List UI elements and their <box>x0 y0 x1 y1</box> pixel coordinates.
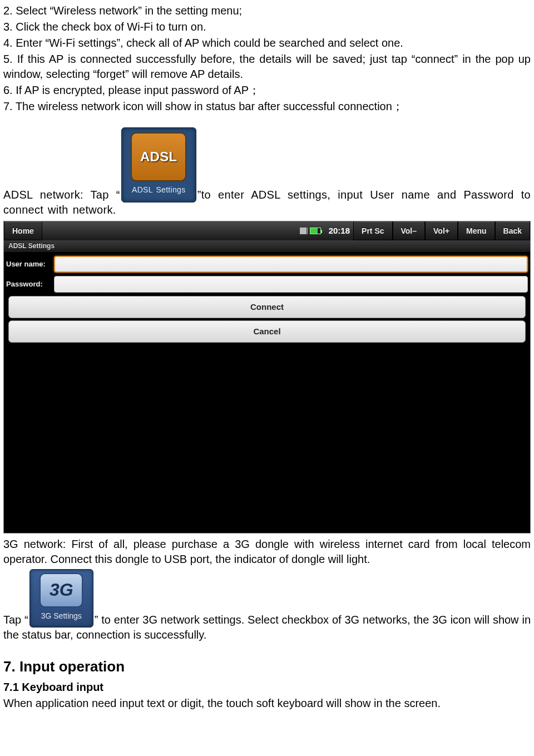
step-6: 6. If AP is encrypted, please input pass… <box>3 83 531 98</box>
step-3: 3. Click the check box of Wi-Fi to turn … <box>3 19 531 34</box>
cancel-button[interactable]: Cancel <box>8 320 526 343</box>
username-label: User name: <box>6 259 54 269</box>
subheader: ADSL Settings <box>4 240 530 253</box>
connect-button[interactable]: Connect <box>8 296 526 318</box>
password-label: Password: <box>6 279 54 289</box>
g3-icon-inner: 3G <box>39 573 83 607</box>
status-area <box>295 221 325 240</box>
g3-prefix: Tap “ <box>3 614 28 626</box>
home-button[interactable]: Home <box>4 221 42 240</box>
step-2: 2. Select “Wireless network” in the sett… <box>3 3 531 18</box>
voldown-button[interactable]: Vol– <box>393 221 426 240</box>
adsl-icon-inner: ADSL <box>131 132 186 181</box>
step-5: 5. If this AP is connected successfully … <box>3 52 531 82</box>
section-7-heading: 7. Input operation <box>3 657 531 676</box>
adsl-settings-screenshot: Home 20:18 Prt Sc Vol– Vol+ Menu Back AD… <box>3 221 531 533</box>
back-button[interactable]: Back <box>495 221 530 240</box>
topbar: Home 20:18 Prt Sc Vol– Vol+ Menu Back <box>4 221 530 240</box>
section-7-1-heading: 7.1 Keyboard input <box>3 680 531 695</box>
step-4: 4. Enter “Wi-Fi settings”, check all of … <box>3 36 531 51</box>
g3-icon-label: 3G Settings <box>41 611 82 621</box>
password-input[interactable] <box>54 276 528 293</box>
adsl-icon-label: ADSL Settings <box>132 185 185 195</box>
adsl-prefix: ADSL network: Tap “ <box>3 189 120 201</box>
step-7: 7. The wireless network icon will show i… <box>3 99 531 114</box>
signal-icon <box>300 228 308 234</box>
menu-button[interactable]: Menu <box>458 221 495 240</box>
username-input[interactable] <box>54 256 528 273</box>
g3-paragraph: 3G network: First of all, please purchas… <box>3 537 531 567</box>
g3-settings-icon: 3G 3G Settings <box>29 569 93 627</box>
volup-button[interactable]: Vol+ <box>425 221 458 240</box>
adsl-settings-icon: ADSL ADSL Settings <box>121 127 196 202</box>
clock: 20:18 <box>325 221 353 240</box>
section-7-1-body: When application need input text or digi… <box>3 696 531 711</box>
battery-icon <box>310 228 321 234</box>
prtsc-button[interactable]: Prt Sc <box>353 221 392 240</box>
